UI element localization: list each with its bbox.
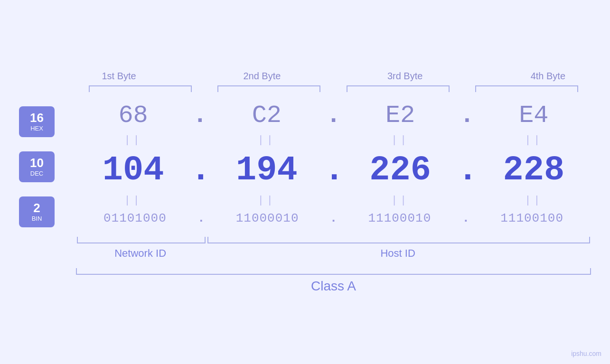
main-container: 1st Byte 2nd Byte 3rd Byte 4th Byte 16 H…	[0, 0, 610, 364]
class-bracket	[76, 268, 591, 275]
host-id-bracket	[207, 237, 590, 243]
bin-dot-3: .	[459, 211, 473, 225]
dec-badge-name: DEC	[30, 170, 43, 177]
class-label-row: Class A	[76, 279, 591, 294]
eq-2-3: ||	[343, 195, 458, 206]
eq-row-2: || || || ||	[76, 194, 591, 207]
top-bracket-3	[347, 85, 450, 92]
bin-dot-1: .	[194, 211, 208, 225]
hex-dot-3: .	[458, 102, 477, 130]
dec-val-3: 226	[343, 151, 458, 190]
watermark: ipshu.com	[571, 350, 601, 357]
network-id-bracket	[77, 237, 206, 243]
network-id-label: Network ID	[76, 247, 205, 260]
dec-dot-2: .	[324, 151, 343, 190]
eq-1-3: ||	[343, 134, 458, 146]
class-section: Class A	[76, 268, 591, 294]
dec-val-1: 104	[76, 151, 190, 190]
bin-badge: 2 BIN	[19, 196, 55, 227]
byte-labels-row: 1st Byte 2nd Byte 3rd Byte 4th Byte	[47, 71, 610, 82]
eq-row-1: || || || ||	[76, 133, 591, 147]
bin-val-2: 11000010	[208, 211, 327, 225]
hex-dot-1: .	[190, 102, 209, 130]
bottom-labels-row: Network ID Host ID	[76, 247, 591, 260]
dec-badge: 10 DEC	[19, 151, 55, 182]
bin-val-4: 11100100	[473, 211, 591, 225]
class-label: Class A	[311, 279, 356, 294]
top-bracket-4	[475, 85, 578, 92]
top-brackets-row	[76, 85, 591, 92]
hex-row: 68 . C2 . E2 . E4	[76, 102, 591, 133]
hex-badge: 16 HEX	[19, 106, 55, 137]
dec-val-2: 194	[209, 151, 324, 190]
bin-row: 01101000 . 11000010 . 11100010 . 1110010…	[76, 207, 591, 229]
main-content: 16 HEX 10 DEC 2 BIN 68 . C2 . E2 . E4	[19, 102, 591, 232]
host-id-label: Host ID	[205, 247, 591, 260]
eq-2-4: ||	[477, 195, 591, 206]
top-bracket-col-2	[205, 85, 333, 92]
bin-badge-number: 2	[33, 201, 40, 215]
bottom-section: Network ID Host ID	[76, 237, 591, 260]
dec-row: 104 . 194 . 226 . 228	[76, 147, 591, 194]
hex-badge-number: 16	[30, 111, 44, 125]
bin-val-1: 01101000	[76, 211, 194, 225]
eq-2-1: ||	[76, 195, 190, 206]
eq-1-1: ||	[76, 134, 190, 146]
top-bracket-col-3	[334, 85, 462, 92]
data-grid: 68 . C2 . E2 . E4 || || || || 104	[76, 102, 591, 232]
dec-dot-3: .	[458, 151, 477, 190]
bin-dot-2: .	[327, 211, 341, 225]
dec-dot-1: .	[190, 151, 209, 190]
byte-label-1: 1st Byte	[47, 71, 190, 82]
dec-val-4: 228	[477, 151, 591, 190]
byte-label-3: 3rd Byte	[334, 71, 477, 82]
hex-val-3: E2	[343, 102, 458, 130]
eq-1-4: ||	[477, 134, 591, 146]
bottom-brackets-row	[76, 237, 591, 243]
top-bracket-2	[217, 85, 320, 92]
top-bracket-1	[89, 85, 192, 92]
dec-badge-number: 10	[30, 156, 44, 170]
base-labels-column: 16 HEX 10 DEC 2 BIN	[19, 102, 76, 232]
top-bracket-col-4	[462, 85, 591, 92]
bin-val-3: 11100010	[341, 211, 459, 225]
hex-val-2: C2	[209, 102, 324, 130]
top-bracket-col-1	[76, 85, 205, 92]
hex-badge-name: HEX	[30, 125, 43, 132]
eq-1-2: ||	[209, 134, 324, 146]
hex-val-4: E4	[477, 102, 591, 130]
bin-badge-name: BIN	[32, 215, 42, 222]
byte-label-2: 2nd Byte	[190, 71, 333, 82]
eq-2-2: ||	[209, 195, 324, 206]
hex-val-1: 68	[76, 102, 190, 130]
byte-label-4: 4th Byte	[477, 71, 610, 82]
hex-dot-2: .	[324, 102, 343, 130]
